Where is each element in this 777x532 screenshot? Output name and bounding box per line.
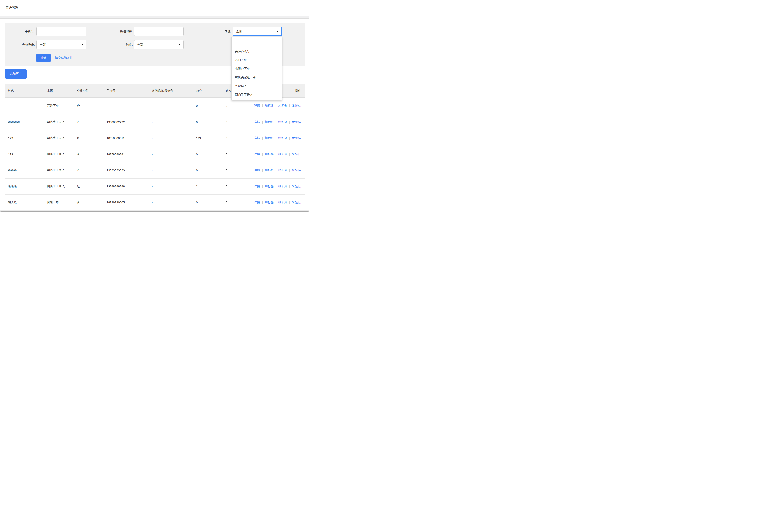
action-link-detail[interactable]: 详情 bbox=[254, 136, 260, 140]
table-row: 哈哈哈 网店手工录入 是 13888888888 - 2 0 详情加标签给积分发… bbox=[5, 178, 305, 194]
col-header-wechat: 微信昵称/微信号 bbox=[151, 89, 196, 93]
action-separator bbox=[262, 185, 262, 188]
cell-phone: 18799739605 bbox=[107, 201, 151, 204]
cell-member: 是 bbox=[77, 185, 107, 188]
source-option[interactable]: 收银台下单 bbox=[232, 64, 282, 73]
action-separator bbox=[290, 153, 290, 156]
action-link-detail[interactable]: 详情 bbox=[254, 152, 260, 156]
action-link-send-sms[interactable]: 发短信 bbox=[292, 120, 301, 124]
cell-points: 0 bbox=[196, 120, 226, 124]
cell-phone: 18358580011 bbox=[107, 136, 151, 140]
action-link-add-tag[interactable]: 加标签 bbox=[265, 136, 274, 140]
action-link-detail[interactable]: 详情 bbox=[254, 104, 260, 108]
member-select[interactable]: 全部 ▼ bbox=[36, 40, 86, 49]
action-link-add-tag[interactable]: 加标签 bbox=[265, 104, 274, 108]
source-option[interactable]: 外部导入 bbox=[232, 82, 282, 90]
cell-purchases: 0 bbox=[226, 120, 249, 124]
action-link-add-tag[interactable]: 加标签 bbox=[265, 185, 274, 188]
cell-purchases: 0 bbox=[226, 201, 249, 204]
col-header-phone: 手机号 bbox=[107, 89, 151, 93]
row-actions: 详情加标签给积分发短信 bbox=[249, 152, 305, 156]
action-separator bbox=[276, 201, 276, 204]
cell-points: 2 bbox=[196, 185, 226, 188]
clear-filters-link[interactable]: 清空筛选条件 bbox=[55, 54, 73, 62]
page-header: 客户管理 bbox=[0, 0, 309, 15]
window-bottom-edge bbox=[0, 211, 309, 212]
cell-wechat: - bbox=[151, 201, 196, 204]
add-customer-button[interactable]: 添加客户 bbox=[5, 69, 27, 79]
phone-input[interactable] bbox=[36, 27, 86, 36]
cell-member: 否 bbox=[77, 168, 107, 172]
cell-name: 123 bbox=[5, 152, 47, 156]
cell-source: 网店手工录入 bbox=[47, 120, 77, 124]
table-row: 哈哈哈 网店手工录入 否 13899999999 - 0 0 详情加标签给积分发… bbox=[5, 162, 305, 178]
source-label: 来源: bbox=[192, 27, 231, 36]
action-link-detail[interactable]: 详情 bbox=[254, 201, 260, 204]
action-link-send-sms[interactable]: 发短信 bbox=[292, 136, 301, 140]
action-link-detail[interactable]: 详情 bbox=[254, 120, 260, 124]
row-actions: 详情加标签给积分发短信 bbox=[249, 168, 305, 172]
action-link-send-sms[interactable]: 发短信 bbox=[292, 201, 301, 204]
action-link-send-sms[interactable]: 发短信 bbox=[292, 104, 301, 108]
cell-phone: 13899999999 bbox=[107, 169, 151, 172]
cell-purchases: 0 bbox=[226, 136, 249, 140]
cell-wechat: - bbox=[151, 120, 196, 124]
action-link-give-points[interactable]: 给积分 bbox=[279, 185, 287, 188]
cell-source: 网店手工录入 bbox=[47, 136, 77, 140]
cell-wechat: - bbox=[151, 152, 196, 156]
cell-name: 哈哈哈哈 bbox=[5, 120, 47, 124]
action-separator bbox=[290, 169, 290, 172]
table-row: 123 网店手工录入 是 18358580011 - 123 0 详情加标签给积… bbox=[5, 130, 305, 146]
member-select-value: 全部 bbox=[40, 43, 45, 46]
cell-points: 123 bbox=[196, 136, 226, 140]
cell-phone: - bbox=[107, 104, 151, 107]
row-actions: 详情加标签给积分发短信 bbox=[249, 201, 305, 204]
action-separator bbox=[290, 104, 290, 107]
action-link-give-points[interactable]: 给积分 bbox=[279, 104, 287, 108]
action-link-add-tag[interactable]: 加标签 bbox=[265, 201, 274, 204]
source-select[interactable]: 全部 ▲ bbox=[233, 27, 282, 36]
chevron-down-icon: ▼ bbox=[81, 43, 84, 46]
action-link-give-points[interactable]: 给积分 bbox=[279, 201, 287, 204]
cell-phone: 13988882222 bbox=[107, 120, 151, 124]
cell-wechat: - bbox=[151, 185, 196, 188]
action-separator bbox=[290, 136, 290, 139]
action-link-add-tag[interactable]: 加标签 bbox=[265, 152, 274, 156]
action-link-give-points[interactable]: 给积分 bbox=[279, 152, 287, 156]
action-link-send-sms[interactable]: 发短信 bbox=[292, 185, 301, 188]
action-link-give-points[interactable]: 给积分 bbox=[279, 120, 287, 124]
action-separator bbox=[276, 153, 276, 156]
cell-purchases: 0 bbox=[226, 104, 249, 107]
purchase-count-select-value: 全部 bbox=[137, 43, 143, 46]
source-option[interactable]: 网店手工录入 bbox=[232, 90, 282, 99]
action-link-give-points[interactable]: 给积分 bbox=[279, 168, 287, 172]
purchase-count-select[interactable]: 全部 ▼ bbox=[134, 40, 184, 49]
action-separator bbox=[290, 201, 290, 204]
cell-member: 否 bbox=[77, 104, 107, 108]
action-link-add-tag[interactable]: 加标签 bbox=[265, 120, 274, 124]
action-link-add-tag[interactable]: 加标签 bbox=[265, 168, 274, 172]
action-link-detail[interactable]: 详情 bbox=[254, 168, 260, 172]
action-separator bbox=[262, 104, 262, 107]
source-option[interactable]: 普通下单 bbox=[232, 56, 282, 64]
cell-source: 普通下单 bbox=[47, 201, 77, 204]
nickname-input[interactable] bbox=[134, 27, 184, 36]
filter-button[interactable]: 筛选 bbox=[36, 54, 50, 62]
action-link-send-sms[interactable]: 发短信 bbox=[292, 168, 301, 172]
cell-name: 哈哈哈 bbox=[5, 185, 47, 188]
row-actions: 详情加标签给积分发短信 bbox=[249, 136, 305, 140]
action-link-give-points[interactable]: 给积分 bbox=[279, 136, 287, 140]
cell-points: 0 bbox=[196, 201, 226, 204]
action-link-detail[interactable]: 详情 bbox=[254, 185, 260, 188]
action-link-send-sms[interactable]: 发短信 bbox=[292, 152, 301, 156]
cell-points: 0 bbox=[196, 104, 226, 107]
nickname-label: 微信昵称: bbox=[84, 27, 133, 36]
source-option[interactable]: - bbox=[232, 38, 282, 47]
cell-purchases: 0 bbox=[226, 152, 249, 156]
cell-member: 是 bbox=[77, 136, 107, 140]
source-option[interactable]: 有赞买家版下单 bbox=[232, 73, 282, 82]
source-option[interactable]: 关注公众号 bbox=[232, 47, 282, 56]
action-separator bbox=[276, 169, 276, 172]
cell-member: 否 bbox=[77, 201, 107, 204]
action-separator bbox=[262, 201, 262, 204]
